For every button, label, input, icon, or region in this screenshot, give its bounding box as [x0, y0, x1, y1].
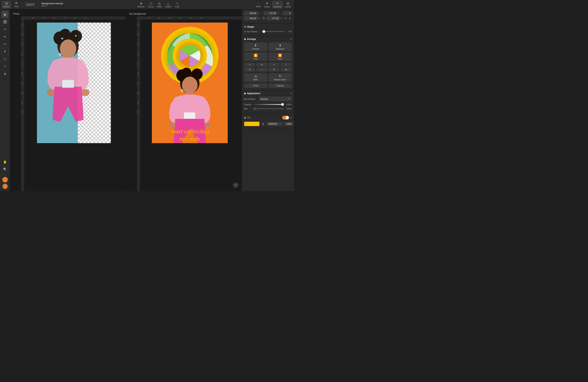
view-button[interactable]: 👁 View	[12, 1, 20, 8]
blend-mode-row: Blend Mode Normal ⇕	[244, 97, 292, 101]
mask-button[interactable]: ◎ Mask	[244, 73, 267, 82]
repeat-action-button[interactable]: ↻ Repeat action	[269, 73, 292, 82]
fill-color-swatch[interactable]	[244, 122, 260, 126]
arrange-forward-backward: ⬆ Forward ⬇ Backward ⏫ Front ⏬ Back	[244, 42, 292, 61]
flip-h-icon[interactable]: ⇔	[284, 16, 288, 20]
svg-point-66	[181, 68, 191, 78]
export-button[interactable]: ⬆ Export	[263, 1, 272, 9]
link-icon[interactable]: ⛓	[261, 16, 266, 20]
appearance-title: Appearance	[247, 92, 260, 95]
h-field: H	[266, 16, 283, 20]
toolbar: ⊞ Sidebar 👁 View 10 % ▾ Background remov…	[0, 0, 294, 9]
svg-text:400: 400	[137, 53, 139, 55]
fill-expand[interactable]: ▾	[290, 116, 292, 119]
opacity-row: Opacity 100%	[244, 103, 292, 106]
svg-point-31	[60, 40, 76, 58]
shape-header[interactable]: ⬡ Shape	[244, 25, 292, 28]
ruler-v-2: 100 200 300 400 500 600 700 800 900 1000	[137, 20, 140, 191]
h-input[interactable]	[266, 16, 280, 20]
flip-v-icon[interactable]: ⇕	[288, 16, 292, 20]
share-button[interactable]: ↑ Share	[254, 1, 262, 8]
fill-delete-icon[interactable]: 🗑	[261, 122, 265, 126]
y-label: Y	[278, 12, 280, 14]
svg-point-36	[47, 89, 55, 96]
fill-color-row: 🗑	[244, 122, 292, 126]
svg-text:200: 200	[137, 33, 139, 36]
ruler-h-2: 0 100 200 300 400 500 600	[137, 16, 242, 20]
align-center-h-button[interactable]: ⊕	[256, 63, 267, 67]
w-input[interactable]	[244, 16, 258, 20]
lasso-tool[interactable]: ⌾	[1, 63, 9, 70]
sidebar-button[interactable]: ⊞ Sidebar	[1, 1, 11, 9]
sun-canvas[interactable]: Start collecting rewards	[152, 22, 228, 143]
scissors-tool[interactable]: ✂	[1, 26, 9, 33]
fill-hex-input[interactable]	[267, 122, 283, 126]
sun-content[interactable]: Start collecting rewards	[140, 22, 240, 189]
document-title-area: Background removal Edited	[42, 2, 63, 7]
align-left-button[interactable]: ⊢	[244, 63, 255, 67]
forward-button[interactable]: ⬆ Forward	[244, 42, 267, 51]
canvas-panel-sun[interactable]: Sun background 0 100 200 300 400 500 600	[126, 9, 242, 191]
mask-button[interactable]: ◎ Mask	[156, 1, 163, 9]
fill-opacity-input[interactable]	[284, 122, 293, 126]
r-input[interactable]	[283, 11, 292, 15]
appearance-chevron: ▾	[291, 92, 292, 95]
front-button[interactable]: ⏫ Front	[244, 52, 267, 61]
select-tool[interactable]: ▲	[1, 11, 9, 18]
appearance-header[interactable]: ◈ Appearance ▾	[244, 92, 292, 95]
text-tool[interactable]: A	[1, 48, 9, 55]
distribute-h-button[interactable]: ⊟	[268, 67, 280, 72]
left-sidebar: ▲ ✂ ✒ ✏ A ▢ ⌾ ◈ ✋ 🔍	[0, 9, 10, 191]
align-center-v-button[interactable]: ⊗	[244, 67, 255, 72]
photo-canvas[interactable]	[37, 22, 111, 143]
arrange-header[interactable]: ◈ Arrange ▾	[244, 38, 292, 41]
svg-point-67	[182, 77, 198, 94]
align-row: ⊢ ⊕ ⊣ ⊤ ⊗ ⊥ ⊟ ⊠	[244, 63, 292, 72]
svg-rect-1	[5, 20, 7, 21]
right-inspector: X Y W ⛓ H	[242, 9, 294, 191]
photo-content[interactable]	[24, 22, 124, 189]
color-swatch-1[interactable]	[2, 177, 8, 182]
x-input[interactable]	[244, 11, 258, 15]
blur-slider[interactable]	[253, 107, 284, 110]
multi-select-tool[interactable]	[1, 18, 9, 25]
svg-text:700: 700	[137, 82, 139, 85]
hand-tool[interactable]: ✋	[1, 158, 9, 165]
zoom-indicator[interactable]: 10 % ▾	[25, 3, 35, 6]
boolean-button[interactable]: ⊕ Boolean	[136, 1, 146, 9]
arrange-chevron: ▾	[291, 38, 292, 41]
corner-radius-slider[interactable]	[262, 30, 285, 33]
group-button[interactable]: ⬡ Group	[147, 1, 155, 9]
svg-text:1000: 1000	[137, 110, 139, 114]
y-input[interactable]	[264, 11, 277, 15]
align-top-button[interactable]: ⊤	[280, 63, 292, 67]
appearance-icon: ◈	[244, 92, 246, 95]
align-bottom-button[interactable]: ⊥	[256, 67, 267, 72]
eraser-tool[interactable]: ◈	[1, 70, 9, 77]
backward-button[interactable]: ⬇ Backward	[269, 42, 292, 51]
color-swatch-2[interactable]	[2, 184, 8, 189]
pen-tool[interactable]: ✒	[1, 33, 9, 40]
pencil-tool[interactable]: ✏	[1, 41, 9, 47]
align-right-button[interactable]: ⊣	[268, 63, 280, 67]
canvas-panel-photo[interactable]: Photo 0 100 200 300 400 500 600 10	[10, 9, 126, 191]
fill-toggle[interactable]	[282, 116, 289, 120]
svg-text:300: 300	[168, 17, 171, 19]
fill-title: Fill	[247, 117, 250, 119]
library-button[interactable]: ⊞ Library	[283, 1, 293, 9]
opacity-slider[interactable]	[253, 103, 284, 106]
zoom-tool[interactable]: 🔍	[1, 166, 9, 173]
blend-mode-select[interactable]: Normal ⇕	[259, 97, 292, 101]
ungroup-button[interactable]: Ungroup	[269, 84, 292, 88]
back-button[interactable]: ⏬ Back	[269, 52, 292, 61]
inspector-button[interactable]: ✒ Inspector	[272, 1, 283, 9]
svg-text:500: 500	[137, 63, 139, 65]
toolbar-center: ⊕ Boolean ⬡ Group ◎ Mask △ Outline ⤡ Cro…	[64, 1, 253, 9]
crop-button[interactable]: ⤡ Crop	[173, 1, 181, 9]
outline-button[interactable]: △ Outline	[164, 1, 173, 9]
repeat-action-icon: ↻	[279, 74, 281, 78]
rect-tool[interactable]: ▢	[1, 55, 9, 62]
group-arrange-button[interactable]: Group	[244, 84, 267, 88]
distribute-v-button[interactable]: ⊠	[280, 67, 292, 72]
help-button[interactable]: ?	[233, 182, 238, 188]
